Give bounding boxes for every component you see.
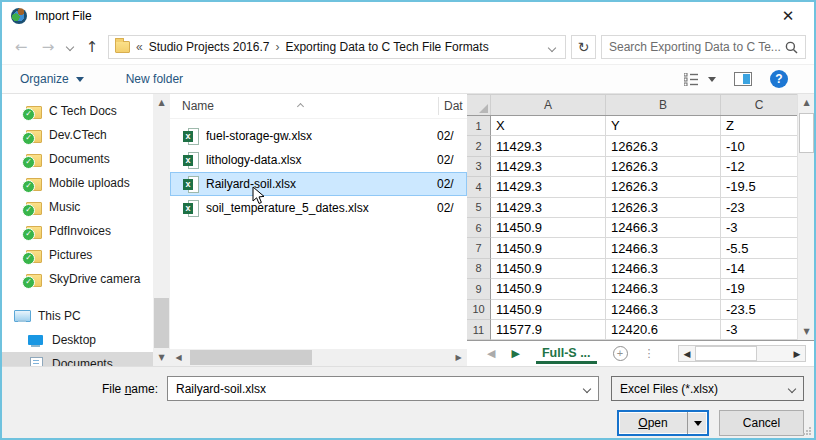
cell[interactable]: 12466.3: [606, 300, 721, 320]
row-number[interactable]: 3: [467, 157, 491, 177]
refresh-button[interactable]: ↻: [571, 35, 596, 59]
cell[interactable]: -3: [721, 320, 797, 340]
cell[interactable]: 11429.3: [491, 177, 606, 197]
sidebar-item[interactable]: Pictures: [2, 243, 153, 267]
next-sheet-icon[interactable]: ▶: [511, 347, 519, 360]
sidebar-item[interactable]: Desktop: [2, 328, 153, 352]
file-row[interactable]: soil_temperature_5_dates.xlsx 02/: [170, 196, 467, 220]
cell[interactable]: 12626.3: [606, 177, 721, 197]
new-folder-button[interactable]: New folder: [126, 72, 183, 86]
preview-horizontal-scrollbar[interactable]: ◀ ▶: [678, 345, 806, 362]
breadcrumb-item-current[interactable]: Exporting Data to C Tech File Formats: [285, 40, 488, 54]
scroll-down-icon[interactable]: ▼: [153, 349, 170, 366]
cell[interactable]: -10: [721, 136, 797, 156]
cell[interactable]: 12420.6: [606, 320, 721, 340]
cell[interactable]: 11577.9: [491, 320, 606, 340]
preview-vertical-scrollbar[interactable]: ▲ ▼: [797, 94, 814, 340]
cell[interactable]: 12626.3: [606, 136, 721, 156]
sidebar-item[interactable]: Mobile uploads: [2, 171, 153, 195]
file-type-select[interactable]: Excel Files (*.xlsx): [611, 376, 804, 401]
scroll-right-icon[interactable]: ▶: [789, 349, 805, 359]
file-row[interactable]: fuel-storage-gw.xlsx 02/: [170, 124, 467, 148]
column-header-a[interactable]: A: [491, 95, 606, 115]
column-header-name[interactable]: Name: [170, 99, 439, 113]
sidebar-item[interactable]: PdfInvoices: [2, 219, 153, 243]
sidebar-item[interactable]: Dev.CTech: [2, 123, 153, 147]
cell[interactable]: 12626.3: [606, 157, 721, 177]
recent-locations-button[interactable]: [64, 44, 76, 50]
cell[interactable]: -5.5: [721, 238, 797, 258]
cell[interactable]: 12466.3: [606, 238, 721, 258]
scroll-left-icon[interactable]: ◀: [679, 349, 695, 359]
address-dropdown-button[interactable]: [545, 40, 559, 54]
row-number[interactable]: 1: [467, 116, 491, 136]
breadcrumb-overflow[interactable]: «: [136, 40, 143, 54]
row-number[interactable]: 9: [467, 279, 491, 299]
cell[interactable]: 11429.3: [491, 198, 606, 218]
cell[interactable]: 11450.9: [491, 238, 606, 258]
cell[interactable]: 12466.3: [606, 218, 721, 238]
file-name-input[interactable]: Railyard-soil.xlsx: [167, 376, 599, 401]
cell[interactable]: -19: [721, 279, 797, 299]
column-header-c[interactable]: C: [721, 95, 797, 115]
row-number[interactable]: 11: [467, 320, 491, 340]
column-divider[interactable]: [438, 97, 439, 115]
cell[interactable]: -23: [721, 198, 797, 218]
cell[interactable]: 11450.9: [491, 259, 606, 279]
add-sheet-icon[interactable]: +: [613, 346, 628, 361]
cell[interactable]: -14: [721, 259, 797, 279]
cell[interactable]: -19.5: [721, 177, 797, 197]
scroll-up-icon[interactable]: ▲: [153, 94, 170, 111]
open-button[interactable]: Open: [617, 410, 709, 436]
cell[interactable]: 11450.9: [491, 300, 606, 320]
file-row[interactable]: Railyard-soil.xlsx 02/: [170, 172, 467, 196]
cell[interactable]: 12466.3: [606, 259, 721, 279]
help-button[interactable]: ?: [770, 70, 788, 88]
forward-button[interactable]: →: [37, 35, 59, 59]
more-options-icon[interactable]: ⋮: [644, 347, 655, 360]
sidebar-item[interactable]: C Tech Docs: [2, 99, 153, 123]
resize-grip[interactable]: [802, 426, 811, 435]
select-all-corner[interactable]: [467, 95, 491, 115]
views-button[interactable]: [684, 73, 716, 86]
scrollbar-thumb[interactable]: [695, 346, 757, 361]
sidebar-item[interactable]: Documents: [2, 147, 153, 171]
chevron-down-icon[interactable]: [583, 384, 591, 392]
sidebar-item[interactable]: Music: [2, 195, 153, 219]
cell[interactable]: 12626.3: [606, 198, 721, 218]
cell[interactable]: Z: [721, 116, 797, 136]
up-button[interactable]: ↑: [81, 35, 103, 59]
sidebar-scrollbar[interactable]: ▲ ▼: [153, 94, 170, 366]
scrollbar-thumb[interactable]: [154, 298, 169, 348]
sidebar-item[interactable]: This PC: [2, 304, 153, 328]
breadcrumb-item-parent[interactable]: Studio Projects 2016.7: [149, 40, 270, 54]
organize-button[interactable]: Organize: [20, 72, 84, 86]
scroll-right-icon[interactable]: ▶: [450, 349, 467, 366]
previous-sheet-icon[interactable]: ◀: [487, 347, 495, 360]
breadcrumb[interactable]: « Studio Projects 2016.7 › Exporting Dat…: [108, 35, 566, 59]
row-number[interactable]: 2: [467, 136, 491, 156]
sidebar-item[interactable]: SkyDrive camera: [2, 267, 153, 291]
column-header-date[interactable]: Dat: [439, 99, 463, 113]
close-button[interactable]: ✕: [771, 2, 805, 30]
row-number[interactable]: 10: [467, 300, 491, 320]
cell[interactable]: 11429.3: [491, 157, 606, 177]
preview-pane-icon[interactable]: [734, 72, 752, 86]
cell[interactable]: Y: [606, 116, 721, 136]
row-number[interactable]: 8: [467, 259, 491, 279]
scroll-down-icon[interactable]: ▼: [798, 323, 814, 340]
scrollbar-thumb[interactable]: [799, 113, 814, 153]
file-list-horizontal-scrollbar[interactable]: ◀ ▶: [170, 349, 467, 366]
scrollbar-thumb[interactable]: [190, 350, 312, 365]
scroll-up-icon[interactable]: ▲: [798, 94, 814, 111]
file-row[interactable]: lithology-data.xlsx 02/: [170, 148, 467, 172]
back-button[interactable]: ←: [10, 35, 32, 59]
search-box[interactable]: Search Exporting Data to C Te...: [601, 35, 806, 59]
row-number[interactable]: 6: [467, 218, 491, 238]
scroll-left-icon[interactable]: ◀: [170, 349, 187, 366]
row-number[interactable]: 4: [467, 177, 491, 197]
cell[interactable]: 11429.3: [491, 136, 606, 156]
cell[interactable]: -12: [721, 157, 797, 177]
cell[interactable]: X: [491, 116, 606, 136]
cell[interactable]: 12466.3: [606, 279, 721, 299]
